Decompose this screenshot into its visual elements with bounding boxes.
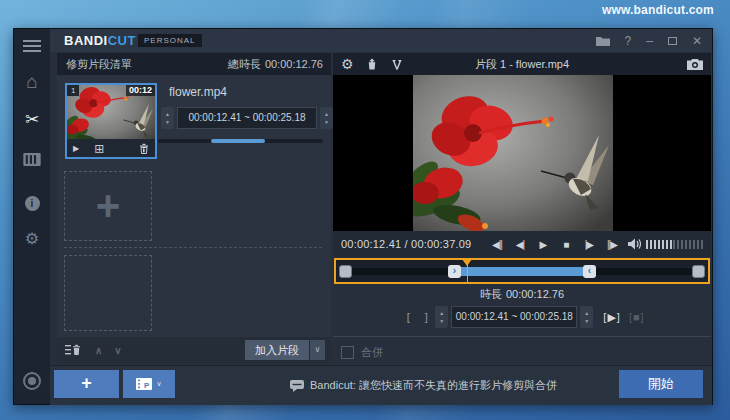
playback-bar: 00:00:12.41 / 00:00:37.09 ◀|| ◀| ▶ ■ |▶ … [333,231,711,257]
volume-control[interactable] [628,238,703,250]
set-start-button[interactable]: [ [399,311,417,323]
snapshot-icon[interactable] [687,58,703,70]
speaker-icon [628,238,641,250]
next-frame-button[interactable]: ||▶ [600,239,623,250]
clip-thumbnail-card[interactable]: 1 00:12 ▶ ⊞ [65,83,157,159]
home-icon[interactable]: ⌂ [14,71,50,93]
settings-icon[interactable]: ⚙ [14,229,50,248]
total-duration: 總時長00:00:12.76 [224,53,323,75]
clip-segment-fill [211,139,265,143]
segment-end-stepper[interactable]: ▲▼ [580,306,593,328]
menu-icon[interactable] [23,37,41,55]
join-tab-icon[interactable] [14,153,50,166]
stop-button[interactable]: ■ [554,239,577,250]
set-end-button[interactable]: ] [417,311,435,323]
titlebar: BANDICUT PERSONAL ? – ✕ [50,29,712,52]
segment-range-controls: [ ] ▲▼ 00:00:12.41 ~ 00:00:25.18 ▲▼ [▶] … [333,305,711,329]
edition-badge: PERSONAL [138,34,202,47]
play-segment-button[interactable]: [▶] [603,311,621,324]
playback-time: 00:00:12.41 / 00:00:37.09 [341,238,471,250]
desktop-background: www.bandicut.com ⌂ ✂ i ⚙ BANDICUT PERSON… [0,0,730,420]
segment-duration: 時長00:00:12.76 [333,287,711,302]
app-window: ⌂ ✂ i ⚙ BANDICUT PERSONAL ? [13,28,713,405]
step-forward-button[interactable]: |▶ [577,239,600,250]
prev-frame-button[interactable]: ◀|| [485,239,508,250]
clip-toolbar: ▶ ⊞ [67,140,155,157]
status-message: Bandicut: 讓您快速而不失真的進行影片修剪與合併 [290,366,557,405]
clip-range-field[interactable]: 00:00:12.41 ~ 00:00:25.18 [177,107,317,129]
panel-divider [333,336,711,337]
clip-delete-icon[interactable] [139,143,149,154]
clip-grid-icon[interactable]: ⊞ [94,143,104,155]
trim-timeline[interactable]: › ‹ [334,258,710,284]
add-segment-dropdown[interactable]: ∨ [310,340,325,360]
playhead-line [467,264,468,282]
speech-bubble-icon [290,380,304,392]
info-icon[interactable]: i [14,193,50,211]
minimize-button[interactable]: – [646,34,653,48]
preview-settings-icon[interactable]: ⚙ [341,57,354,71]
split-segment-icon[interactable] [390,58,404,70]
step-back-button[interactable]: ◀| [508,239,531,250]
maximize-button[interactable] [668,34,677,48]
move-clip-up-button[interactable]: ∧ [95,345,102,356]
open-file-icon[interactable] [596,35,610,46]
segment-range-field[interactable]: 00:00:12.41 ~ 00:00:25.18 [451,306,577,328]
discard-segment-icon[interactable] [366,58,378,70]
preview-header: ⚙ 片段 1 - flower.mp4 [333,53,711,75]
video-preview[interactable] [333,75,711,231]
clip-segment-bar [158,139,323,143]
volume-level-empty [673,240,703,249]
selected-range-bar[interactable] [453,267,593,276]
list-row-divider [64,247,322,248]
move-clip-down-button[interactable]: ∨ [114,345,121,356]
range-start-handle[interactable]: › [448,265,461,278]
timeline-right-end-handle[interactable] [692,265,705,278]
start-button[interactable]: 開始 [619,370,703,398]
clip-list-header: 修剪片段清單 總時長00:00:12.76 [57,53,331,75]
range-end-stepper[interactable]: ▲▼ [320,107,333,129]
clip-list-footer: ∧ ∨ 加入片段 ∨ [57,337,331,363]
empty-clip-slot [64,255,152,331]
range-end-handle[interactable]: ‹ [583,265,596,278]
clip-list-title: 修剪片段清單 [57,58,132,70]
video-frame-image [413,75,613,231]
record-icon[interactable] [14,372,50,394]
cut-tab-icon[interactable]: ✂ [14,109,50,130]
play-button[interactable]: ▶ [531,239,554,250]
bottom-bar: + ∨ Bandicut: 讓您快速而不失真的進行影片修剪與合併 開始 [50,365,712,405]
clip-filename: flower.mp4 [169,85,227,99]
open-video-button[interactable]: + [54,370,119,398]
range-start-stepper[interactable]: ▲▼ [161,107,174,129]
transport-controls: ◀|| ◀| ▶ ■ |▶ ||▶ [485,239,623,250]
clip-range-control: ▲▼ 00:00:12.41 ~ 00:00:25.18 ▲▼ [161,107,333,129]
app-logo: BANDICUT [64,33,136,48]
film-p-icon [136,378,152,390]
sidebar: ⌂ ✂ i ⚙ [14,29,50,404]
segment-start-stepper[interactable]: ▲▼ [435,306,448,328]
merge-option-row: 合併 [333,342,711,362]
clip-list: 1 00:12 ▶ ⊞ flower.mp4 ▲▼ 00:00:12.41 ~ … [57,75,331,337]
timeline-left-end-handle[interactable] [339,265,352,278]
clip-duration-badge: 00:12 [126,85,155,96]
website-watermark: www.bandicut.com [602,3,714,17]
merge-checkbox[interactable] [341,346,354,359]
plus-icon: + [96,186,121,226]
clear-list-icon[interactable] [65,344,81,356]
target-format-button[interactable]: ∨ [123,370,175,398]
clip-play-icon[interactable]: ▶ [73,144,79,153]
close-button[interactable]: ✕ [692,34,702,48]
help-button[interactable]: ? [625,34,632,48]
add-segment-button[interactable]: 加入片段 [245,340,309,360]
add-clip-placeholder[interactable]: + [64,171,152,241]
clip-index-badge: 1 [67,85,79,96]
stop-segment-button: [■] [629,311,645,323]
merge-label: 合併 [361,345,383,360]
volume-level-filled [646,240,672,249]
